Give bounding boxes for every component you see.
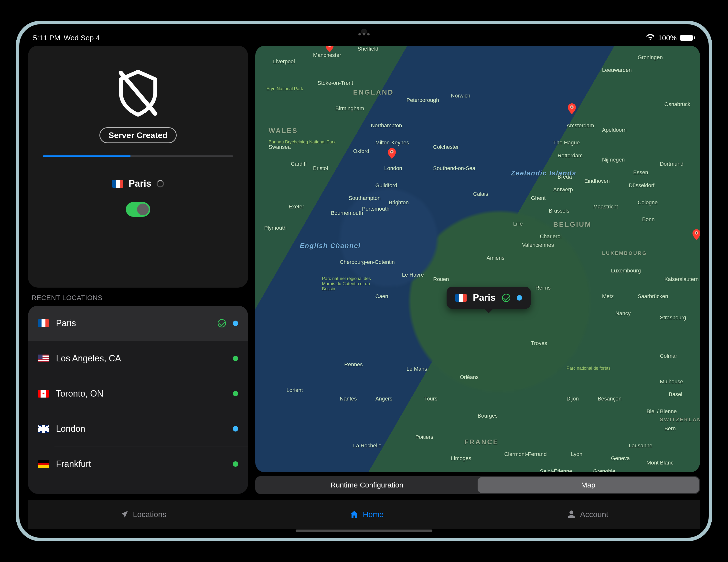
map-city-label: Tours (424, 396, 438, 402)
map-city-label: Strasbourg (660, 314, 686, 321)
screen: 5:11 PM Wed Sep 4 100% (19, 24, 709, 538)
battery-percent: 100% (658, 34, 677, 42)
map-city-label: Rouen (433, 276, 449, 282)
recent-locations-list: ParisLos Angeles, CAToronto, ONLondonFra… (28, 306, 248, 494)
map-city-label: Amsterdam (567, 122, 594, 129)
status-dot (233, 321, 238, 326)
map-city-label: Southend-on-Sea (433, 165, 475, 172)
recent-locations-section: RECENT LOCATIONS ParisLos Angeles, CATor… (28, 292, 248, 494)
svg-point-4 (391, 151, 393, 152)
map-city-label: Luxembourg (611, 268, 641, 274)
multitask-dots[interactable] (358, 33, 370, 35)
tab-label: Locations (133, 510, 166, 519)
house-icon (350, 510, 359, 519)
map-city-label: Eindhoven (584, 178, 610, 184)
connection-status-label: Server Created (99, 127, 177, 143)
map-city-label: Caen (375, 293, 388, 300)
map-city-label: Valenciennes (522, 242, 554, 248)
map-city-label: Biel / Bienne (647, 408, 677, 415)
date-text: Wed Sep 4 (64, 34, 100, 42)
tab-locations[interactable]: Locations (120, 510, 166, 519)
map-city-label: Metz (602, 293, 614, 300)
map-callout-name: Paris (473, 292, 496, 303)
map-city-label: The Hague (553, 140, 580, 146)
svg-point-8 (696, 232, 697, 234)
shield-off-icon (111, 65, 165, 120)
map-city-label: Leeuwarden (602, 67, 632, 73)
location-row[interactable]: Toronto, ON (28, 376, 248, 411)
map-city-label: Southampton (349, 195, 381, 201)
map-callout[interactable]: Paris (447, 287, 531, 309)
map-pin-icon[interactable] (324, 46, 335, 52)
tab-label: Home (363, 510, 384, 519)
map-city-label: Milton Keynes (375, 140, 409, 146)
map-city-label: Rennes (344, 361, 363, 368)
map-city-label: Guildford (375, 182, 397, 189)
flag-icon (455, 294, 467, 302)
connection-location: Paris (112, 178, 164, 189)
location-name: Toronto, ON (56, 389, 103, 399)
map-pin-icon[interactable] (567, 103, 577, 114)
map[interactable]: Paris LiverpoolManchesterSheffieldStoke-… (255, 46, 700, 472)
map-region-label: English Channel (300, 242, 361, 250)
map-region-label: BELGIUM (553, 221, 591, 228)
map-city-label: Saint-Étienne (540, 468, 572, 472)
map-city-label: Manchester (313, 52, 341, 58)
map-city-label: Grenoble (593, 468, 615, 472)
map-city-label: London (384, 165, 402, 172)
map-city-label: Calais (473, 191, 488, 197)
status-dot (233, 356, 238, 361)
map-city-label: Nantes (340, 396, 357, 402)
map-city-label: Bourges (478, 413, 498, 419)
clock-text: 5:11 PM (33, 34, 60, 42)
map-city-label: Cherbourg-en-Cotentin (340, 259, 395, 265)
recent-locations-header: RECENT LOCATIONS (28, 292, 248, 303)
location-row[interactable]: Frankfurt (28, 446, 248, 482)
location-row[interactable]: Paris (28, 306, 248, 341)
map-city-label: Basel (669, 391, 682, 398)
map-city-label: Bern (664, 425, 675, 432)
map-city-label: Kaiserslautern (664, 276, 699, 282)
map-city-label: Colchester (433, 144, 459, 150)
view-segmented-control[interactable]: Runtime Configuration Map (255, 476, 700, 494)
map-city-label: Exeter (289, 204, 304, 210)
map-park-label: Bannau Brycheiniog National Park (269, 140, 336, 145)
location-name: Paris (56, 318, 76, 328)
map-pin-icon[interactable] (691, 229, 700, 240)
status-dot (233, 426, 238, 432)
verified-check-icon (218, 319, 226, 327)
flag-icon (38, 319, 49, 327)
location-name: Frankfurt (56, 459, 91, 469)
map-pin-icon[interactable] (386, 148, 397, 159)
location-name: London (56, 424, 85, 434)
location-row[interactable]: Los Angeles, CA (28, 341, 248, 376)
home-indicator[interactable] (296, 530, 432, 532)
location-row[interactable]: London (28, 411, 248, 446)
tab-home[interactable]: Home (350, 510, 384, 519)
segment-runtime-config[interactable]: Runtime Configuration (256, 477, 478, 493)
map-city-label: Troyes (531, 340, 547, 346)
status-dot (233, 391, 238, 396)
map-city-label: Nijmegen (602, 157, 625, 163)
map-city-label: Osnabrück (664, 101, 690, 108)
segment-map[interactable]: Map (478, 477, 699, 493)
map-city-label: Lyon (571, 451, 582, 457)
flag-icon (38, 460, 49, 468)
wifi-icon (646, 34, 654, 42)
connection-status-card: Server Created Paris (28, 46, 248, 288)
map-city-label: Orléans (460, 374, 479, 380)
map-city-label: Colmar (660, 353, 677, 359)
map-region-label: WALES (269, 127, 298, 135)
status-dot (517, 295, 522, 301)
map-city-label: Limoges (451, 455, 471, 462)
map-city-label: Portsmouth (362, 206, 390, 212)
map-region-label: Zeelandic Islands (511, 169, 576, 177)
flag-icon (112, 180, 123, 188)
map-city-label: Lorient (286, 387, 303, 393)
map-city-label: Oxford (353, 148, 369, 154)
tab-account[interactable]: Account (567, 510, 608, 519)
connection-toggle[interactable] (126, 202, 150, 217)
connection-location-name: Paris (129, 178, 151, 189)
map-city-label: Dortmund (660, 161, 684, 167)
map-city-label: Bournemouth (331, 210, 363, 216)
